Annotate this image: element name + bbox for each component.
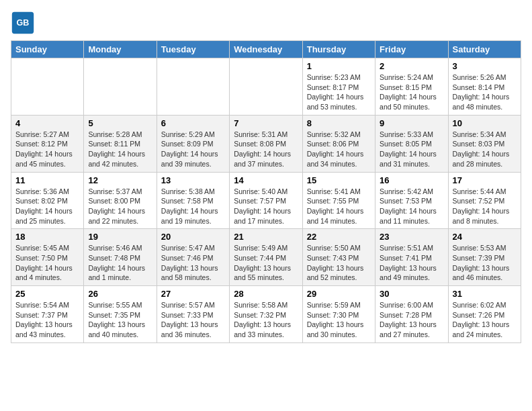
calendar-cell: 18Sunrise: 5:45 AM Sunset: 7:50 PM Dayli… [11,229,84,286]
day-info: Sunrise: 5:54 AM Sunset: 7:37 PM Dayligh… [15,300,79,340]
day-number: 26 [88,289,152,299]
day-info: Sunrise: 5:57 AM Sunset: 7:33 PM Dayligh… [161,300,225,340]
day-number: 21 [234,232,298,242]
day-number: 29 [307,289,371,299]
day-info: Sunrise: 5:38 AM Sunset: 7:58 PM Dayligh… [161,187,225,226]
calendar-cell: 14Sunrise: 5:40 AM Sunset: 7:57 PM Dayli… [230,172,302,229]
calendar-cell: 26Sunrise: 5:55 AM Sunset: 7:35 PM Dayli… [84,286,157,343]
calendar-cell: 20Sunrise: 5:47 AM Sunset: 7:46 PM Dayli… [157,229,229,286]
header: GB [11,11,521,35]
logo-icon: GB [11,11,35,35]
calendar-cell: 7Sunrise: 5:31 AM Sunset: 8:08 PM Daylig… [230,115,302,172]
day-number: 25 [15,289,79,299]
day-number: 9 [380,118,443,128]
day-info: Sunrise: 5:23 AM Sunset: 8:17 PM Dayligh… [307,73,371,112]
day-info: Sunrise: 5:45 AM Sunset: 7:50 PM Dayligh… [15,243,79,283]
calendar-cell: 2Sunrise: 5:24 AM Sunset: 8:15 PM Daylig… [375,58,448,116]
day-info: Sunrise: 5:58 AM Sunset: 7:32 PM Dayligh… [234,300,298,340]
day-info: Sunrise: 5:27 AM Sunset: 8:12 PM Dayligh… [15,130,79,169]
calendar-week-2: 4Sunrise: 5:27 AM Sunset: 8:12 PM Daylig… [11,115,521,172]
day-info: Sunrise: 5:33 AM Sunset: 8:05 PM Dayligh… [380,130,443,169]
day-info: Sunrise: 5:51 AM Sunset: 7:41 PM Dayligh… [380,243,443,283]
day-number: 12 [88,175,152,185]
day-info: Sunrise: 5:53 AM Sunset: 7:39 PM Dayligh… [453,243,517,283]
calendar-cell: 9Sunrise: 5:33 AM Sunset: 8:05 PM Daylig… [375,115,448,172]
calendar-cell: 22Sunrise: 5:50 AM Sunset: 7:43 PM Dayli… [302,229,375,286]
day-info: Sunrise: 6:00 AM Sunset: 7:28 PM Dayligh… [380,300,443,340]
calendar-cell: 1Sunrise: 5:23 AM Sunset: 8:17 PM Daylig… [302,58,375,116]
calendar-cell [11,58,84,116]
day-number: 3 [453,61,517,71]
calendar-cell: 27Sunrise: 5:57 AM Sunset: 7:33 PM Dayli… [157,286,229,343]
calendar-cell: 24Sunrise: 5:53 AM Sunset: 7:39 PM Dayli… [448,229,521,286]
day-info: Sunrise: 5:29 AM Sunset: 8:09 PM Dayligh… [161,130,225,169]
day-number: 15 [307,175,371,185]
day-info: Sunrise: 5:37 AM Sunset: 8:00 PM Dayligh… [88,187,152,226]
svg-text:GB: GB [17,18,30,28]
day-number: 28 [234,289,298,299]
day-number: 20 [161,232,225,242]
day-number: 23 [380,232,443,242]
calendar-cell: 6Sunrise: 5:29 AM Sunset: 8:09 PM Daylig… [157,115,229,172]
day-info: Sunrise: 5:28 AM Sunset: 8:11 PM Dayligh… [88,130,152,169]
calendar-cell [84,58,157,116]
day-header-tuesday: Tuesday [157,41,229,58]
day-number: 10 [453,118,517,128]
day-header-thursday: Thursday [302,41,375,58]
day-number: 16 [380,175,443,185]
day-number: 19 [88,232,152,242]
day-number: 13 [161,175,225,185]
calendar-cell: 3Sunrise: 5:26 AM Sunset: 8:14 PM Daylig… [448,58,521,116]
calendar-body: 1Sunrise: 5:23 AM Sunset: 8:17 PM Daylig… [11,58,521,343]
calendar-cell: 12Sunrise: 5:37 AM Sunset: 8:00 PM Dayli… [84,172,157,229]
calendar-cell: 17Sunrise: 5:44 AM Sunset: 7:52 PM Dayli… [448,172,521,229]
day-info: Sunrise: 5:32 AM Sunset: 8:06 PM Dayligh… [307,130,371,169]
calendar-cell: 4Sunrise: 5:27 AM Sunset: 8:12 PM Daylig… [11,115,84,172]
calendar-cell: 8Sunrise: 5:32 AM Sunset: 8:06 PM Daylig… [302,115,375,172]
calendar-cell [230,58,302,116]
day-number: 18 [15,232,79,242]
day-header-wednesday: Wednesday [230,41,302,58]
day-info: Sunrise: 5:44 AM Sunset: 7:52 PM Dayligh… [453,187,517,226]
day-number: 27 [161,289,225,299]
day-header-sunday: Sunday [11,41,84,58]
day-info: Sunrise: 5:47 AM Sunset: 7:46 PM Dayligh… [161,243,225,283]
day-info: Sunrise: 5:50 AM Sunset: 7:43 PM Dayligh… [307,243,371,283]
day-number: 7 [234,118,298,128]
calendar-cell: 11Sunrise: 5:36 AM Sunset: 8:02 PM Dayli… [11,172,84,229]
days-header-row: SundayMondayTuesdayWednesdayThursdayFrid… [11,41,521,58]
logo: GB [11,11,38,35]
day-number: 17 [453,175,517,185]
calendar-cell: 5Sunrise: 5:28 AM Sunset: 8:11 PM Daylig… [84,115,157,172]
day-info: Sunrise: 5:41 AM Sunset: 7:55 PM Dayligh… [307,187,371,226]
day-header-friday: Friday [375,41,448,58]
day-number: 24 [453,232,517,242]
calendar-cell: 13Sunrise: 5:38 AM Sunset: 7:58 PM Dayli… [157,172,229,229]
day-info: Sunrise: 5:55 AM Sunset: 7:35 PM Dayligh… [88,300,152,340]
day-info: Sunrise: 5:26 AM Sunset: 8:14 PM Dayligh… [453,73,517,112]
day-info: Sunrise: 5:49 AM Sunset: 7:44 PM Dayligh… [234,243,298,283]
day-info: Sunrise: 6:02 AM Sunset: 7:26 PM Dayligh… [453,300,517,340]
calendar-week-4: 18Sunrise: 5:45 AM Sunset: 7:50 PM Dayli… [11,229,521,286]
calendar-cell: 23Sunrise: 5:51 AM Sunset: 7:41 PM Dayli… [375,229,448,286]
day-info: Sunrise: 5:46 AM Sunset: 7:48 PM Dayligh… [88,243,152,283]
calendar-week-3: 11Sunrise: 5:36 AM Sunset: 8:02 PM Dayli… [11,172,521,229]
day-header-saturday: Saturday [448,41,521,58]
day-info: Sunrise: 5:36 AM Sunset: 8:02 PM Dayligh… [15,187,79,226]
calendar-cell: 29Sunrise: 5:59 AM Sunset: 7:30 PM Dayli… [302,286,375,343]
calendar-cell: 15Sunrise: 5:41 AM Sunset: 7:55 PM Dayli… [302,172,375,229]
calendar-cell: 21Sunrise: 5:49 AM Sunset: 7:44 PM Dayli… [230,229,302,286]
day-number: 31 [453,289,517,299]
day-number: 11 [15,175,79,185]
day-info: Sunrise: 5:40 AM Sunset: 7:57 PM Dayligh… [234,187,298,226]
day-info: Sunrise: 5:42 AM Sunset: 7:53 PM Dayligh… [380,187,443,226]
calendar-week-5: 25Sunrise: 5:54 AM Sunset: 7:37 PM Dayli… [11,286,521,343]
day-number: 30 [380,289,443,299]
day-number: 5 [88,118,152,128]
day-number: 22 [307,232,371,242]
calendar-cell [157,58,229,116]
day-header-monday: Monday [84,41,157,58]
calendar-cell: 19Sunrise: 5:46 AM Sunset: 7:48 PM Dayli… [84,229,157,286]
day-number: 4 [15,118,79,128]
day-info: Sunrise: 5:59 AM Sunset: 7:30 PM Dayligh… [307,300,371,340]
